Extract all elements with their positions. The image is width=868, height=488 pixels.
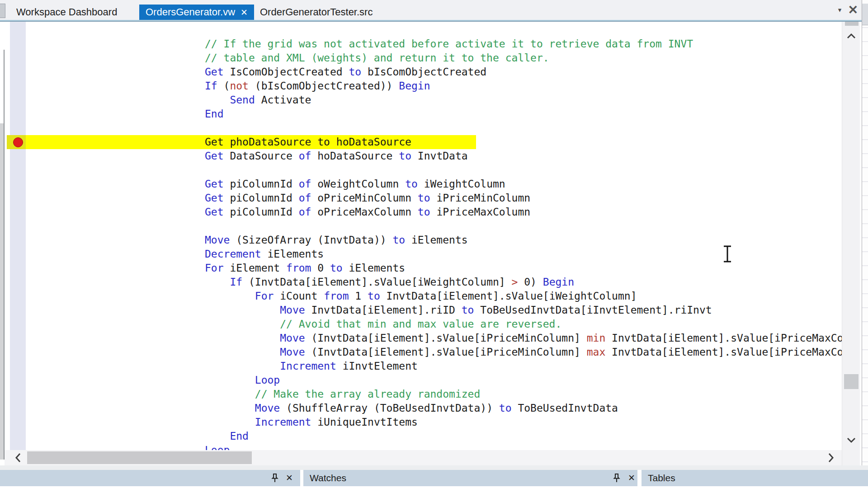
tab-label: OrdersGenerator.vw bbox=[146, 6, 235, 18]
scroll-right-icon[interactable] bbox=[827, 451, 835, 464]
right-dock-edge bbox=[862, 0, 868, 488]
code-line[interactable]: // Avoid that min and max value are reve… bbox=[5, 317, 842, 331]
scrollbar-cap bbox=[845, 22, 859, 26]
tab-orders-generator-active[interactable]: OrdersGenerator.vw ✕ bbox=[139, 5, 254, 20]
code-line[interactable] bbox=[5, 163, 842, 177]
dock-splitter[interactable] bbox=[0, 465, 868, 470]
code-line[interactable]: If (InvtData[iElement].sValue[iWeightCol… bbox=[5, 275, 842, 289]
code-text-area[interactable]: // If the grid was not activated before … bbox=[5, 22, 842, 450]
scroll-up-icon[interactable] bbox=[846, 33, 856, 40]
code-line[interactable]: Send Activate bbox=[5, 93, 842, 107]
code-line[interactable] bbox=[5, 219, 842, 233]
code-line[interactable]: Move (ShuffleArray (ToBeUsedInvtData)) t… bbox=[5, 401, 842, 415]
code-line[interactable]: Move (InvtData[iElement].sValue[iPriceMi… bbox=[5, 331, 842, 345]
tab-label: Workspace Dashboard bbox=[16, 6, 117, 18]
panel-title: Watches bbox=[310, 470, 346, 486]
bottom-dock-row: ✕ Watches ✕ Tables bbox=[0, 470, 868, 488]
code-line[interactable]: Move (InvtData[iElement].sValue[iPriceMi… bbox=[5, 345, 842, 359]
code-line[interactable]: Decrement iElements bbox=[5, 247, 842, 261]
left-dock-edge bbox=[0, 123, 4, 460]
dock-panel-header-tables[interactable]: Tables bbox=[642, 470, 868, 486]
vertical-scrollbar-thumb[interactable] bbox=[844, 374, 859, 389]
horizontal-scrollbar-thumb[interactable] bbox=[27, 451, 252, 464]
code-line[interactable]: Get piColumnId of oPriceMaxColumn to iPr… bbox=[5, 205, 842, 219]
panel-title: Tables bbox=[648, 470, 675, 486]
code-editor[interactable]: // If the grid was not activated before … bbox=[5, 22, 842, 450]
code-line[interactable]: // table and XML (weights) and return it… bbox=[5, 51, 842, 65]
tab-workspace-dashboard[interactable]: Workspace Dashboard bbox=[9, 5, 130, 20]
code-line[interactable]: // If the grid was not activated before … bbox=[5, 37, 842, 51]
code-line[interactable] bbox=[5, 121, 842, 135]
close-icon[interactable]: ✕ bbox=[626, 471, 637, 485]
tab-order-generator-tester[interactable]: OrderGeneratorTester.src bbox=[254, 5, 382, 20]
code-line[interactable]: Move InvtData[iElement].riID to ToBeUsed… bbox=[5, 303, 842, 317]
tab-close-icon[interactable]: ✕ bbox=[241, 7, 248, 18]
code-line[interactable]: Get piColumnId of oWeightColumn to iWeig… bbox=[5, 177, 842, 191]
scroll-left-icon[interactable] bbox=[14, 451, 22, 464]
code-line[interactable]: Loop bbox=[5, 443, 842, 450]
code-line[interactable]: For iCount from 1 to InvtData[iElement].… bbox=[5, 289, 842, 303]
code-line[interactable]: Get phoDataSource to hoDataSource bbox=[5, 135, 842, 149]
text-cursor-icon bbox=[722, 245, 733, 263]
code-line[interactable]: Increment iInvtElement bbox=[5, 359, 842, 373]
horizontal-scrollbar[interactable] bbox=[5, 450, 842, 465]
document-close-icon[interactable]: ✕ bbox=[848, 4, 858, 16]
ide-window: Workspace Dashboard OrdersGenerator.vw ✕… bbox=[0, 0, 868, 488]
tab-label: OrderGeneratorTester.src bbox=[260, 6, 373, 18]
code-line[interactable]: End bbox=[5, 107, 842, 121]
code-line[interactable]: If (not (bIsComObjectCreated)) Begin bbox=[5, 79, 842, 93]
dock-panel-header[interactable]: ✕ bbox=[0, 470, 300, 486]
right-dock-edge-header bbox=[862, 4, 868, 25]
code-line[interactable]: Get piColumnId of oPriceMinColumn to iPr… bbox=[5, 191, 842, 205]
code-line[interactable]: End bbox=[5, 429, 842, 443]
code-line[interactable]: For iElement from 0 to iElements bbox=[5, 261, 842, 275]
code-line[interactable]: Get IsComObjectCreated to bIsComObjectCr… bbox=[5, 65, 842, 79]
pin-icon[interactable] bbox=[269, 473, 280, 483]
close-icon[interactable]: ✕ bbox=[284, 471, 295, 485]
document-tab-bar: Workspace Dashboard OrdersGenerator.vw ✕… bbox=[0, 0, 862, 20]
code-line[interactable]: Get DataSource of hoDataSource to InvtDa… bbox=[5, 149, 842, 163]
code-line[interactable]: Increment iUniqueInvtItems bbox=[5, 415, 842, 429]
scroll-down-icon[interactable] bbox=[846, 436, 856, 444]
tab-strip-edge bbox=[0, 4, 5, 18]
tab-overflow-dropdown-icon[interactable]: ▾ bbox=[838, 6, 842, 14]
code-line[interactable]: Loop bbox=[5, 373, 842, 387]
dock-panel-header-watches[interactable]: Watches ✕ bbox=[303, 470, 637, 486]
code-line[interactable]: // Make the array already randomized bbox=[5, 387, 842, 401]
vertical-scrollbar[interactable] bbox=[842, 22, 860, 465]
pin-icon[interactable] bbox=[611, 473, 622, 483]
code-line[interactable]: Move (SizeOfArray (InvtData)) to iElemen… bbox=[5, 233, 842, 247]
